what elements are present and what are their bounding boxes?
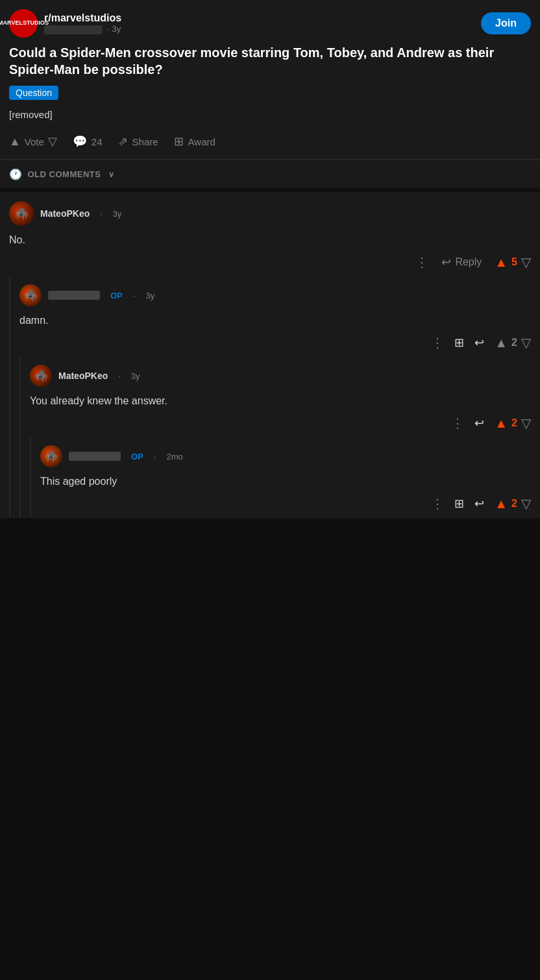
share-action[interactable]: ⇗ Share [118,134,158,149]
nested-actions-2: ⋮ ↩ ▲ 2 ▽ [21,409,540,437]
downvote-btn-2[interactable]: ▽ [521,415,531,431]
comment-age-2: · [118,371,121,381]
avatar-op-1: 🕷️ [19,284,42,306]
comment-mateopkeo: 🕷️ MateoPKeo · 3y [0,192,540,226]
comments-sort-label: OLD COMMENTS [28,169,101,179]
comment-time-2: 3y [131,371,140,381]
comment-time-1: 3y [113,209,122,219]
comment-body-op2: This aged poorly [31,472,540,489]
post-header: MARVEL STUDIOS r/marvelstudios · 3y Join… [0,0,540,160]
award-icon: ⊞ [174,134,184,149]
reply-icon-2[interactable]: ↩ [474,416,484,430]
downvote-icon[interactable]: ▽ [48,134,57,149]
subreddit-icon[interactable]: MARVEL STUDIOS [9,9,38,38]
award-btn-op1[interactable]: ⊞ [454,336,464,350]
join-button[interactable]: Join [481,12,531,34]
comment-icon: 💬 [73,134,87,149]
reply-indent-3: 🕷️ OP · 2mo This aged poorly ⋮ ⊞ ↩ ▲ [30,437,540,518]
comment-mateopkeo-2: 🕷️ MateoPKeo · 3y [21,357,540,387]
comment-age-op2: · [154,452,156,461]
comment-user-row-2: 🕷️ MateoPKeo · 3y [30,365,531,387]
op-username-blurred-1 [48,291,100,300]
post-body: [removed] [9,109,531,120]
award-btn-op2[interactable]: ⊞ [454,496,464,511]
vote-area-2: ▲ 2 ▽ [495,415,531,431]
more-options-icon-op1[interactable]: ⋮ [431,335,444,350]
comment-user-row-op2: 🕷️ OP · 2mo [40,445,531,467]
downvote-btn-op2[interactable]: ▽ [521,496,531,511]
reply-indent-1: 🕷️ OP · 3y damn. ⋮ ⊞ ↩ ▲ 2 ▽ [9,276,540,518]
avatar-image-op1: 🕷️ [19,284,42,306]
reply-button-1[interactable]: ↩ Reply [441,255,482,269]
more-options-icon-op2[interactable]: ⋮ [431,496,444,511]
more-options-icon[interactable]: ⋮ [415,254,428,270]
flair-badge[interactable]: Question [9,86,58,100]
downvote-btn-op1[interactable]: ▽ [521,335,531,350]
award-action[interactable]: ⊞ Award [174,134,215,149]
nested-actions-op2: ⋮ ⊞ ↩ ▲ 2 ▽ [31,489,540,518]
comment-age-op1: · [133,291,136,300]
share-icon: ⇗ [118,134,128,149]
avatar-image-op2: 🕷️ [40,445,62,467]
vote-count-1: 5 [511,256,517,268]
avatar-image-2: 🕷️ [30,365,52,387]
avatar-mateopkeo-2: 🕷️ [30,365,52,387]
clock-icon: 🕐 [9,168,23,180]
comment-username-2[interactable]: MateoPKeo [58,371,108,381]
reply-icon-1: ↩ [441,255,451,269]
comment-user-row-1: 🕷️ MateoPKeo · 3y [9,201,531,226]
comment-body-op1: damn. [10,312,540,328]
subreddit-icon-text: MARVEL [0,20,23,27]
vote-label: Vote [25,136,44,147]
reply-icon-op1[interactable]: ↩ [474,336,484,350]
upvote-btn-op2[interactable]: ▲ [495,496,508,511]
op-tag-2: OP [131,452,143,461]
comment-body-1: No. [0,231,540,248]
comment-section: 🕷️ MateoPKeo · 3y No. ⋮ ↩ Reply ▲ 5 ▽ 🕷️ [0,192,540,518]
avatar-mateopkeo: 🕷️ [9,201,34,226]
avatar-op-2: 🕷️ [40,445,62,467]
comment-time-op2: 2mo [166,452,182,461]
op-tag-1: OP [110,291,123,300]
op-username-blurred-2 [69,452,121,461]
comment-body-2: You already knew the answer. [21,392,540,409]
subreddit-name[interactable]: r/marvelstudios [44,12,121,24]
reply-indent-2: 🕷️ MateoPKeo · 3y You already knew the a… [19,357,540,518]
upvote-icon[interactable]: ▲ [9,135,21,149]
award-label: Award [188,136,215,147]
comment-actions-1: ⋮ ↩ Reply ▲ 5 ▽ [0,248,540,276]
comment-op-1: 🕷️ OP · 3y [10,276,540,306]
reply-icon-op2[interactable]: ↩ [474,496,484,511]
chevron-down-icon: ∨ [108,170,115,179]
comment-user-row-op1: 🕷️ OP · 3y [19,284,531,306]
comment-time-op1: 3y [145,291,154,300]
comments-header[interactable]: 🕐 OLD COMMENTS ∨ [0,160,540,192]
username-blurred [44,25,103,34]
avatar-image-1: 🕷️ [9,201,34,226]
share-label: Share [132,136,158,147]
post-title: Could a Spider-Men crossover movie starr… [9,44,531,78]
upvote-btn-op1[interactable]: ▲ [495,336,508,350]
subreddit-row: MARVEL STUDIOS r/marvelstudios · 3y Join [9,9,531,38]
reply-actions-op1: ⋮ ⊞ ↩ ▲ 2 ▽ [10,328,540,357]
vote-area-op1: ▲ 2 ▽ [495,335,531,350]
comments-action[interactable]: 💬 24 [73,134,103,149]
post-age: 3y [112,24,121,34]
comment-count: 24 [92,136,103,147]
vote-count-2: 2 [511,417,517,429]
comment-op-2: 🕷️ OP · 2mo [31,437,540,467]
downvote-btn-1[interactable]: ▽ [521,254,531,270]
upvote-btn-1[interactable]: ▲ [495,255,508,270]
post-actions: ▲ Vote ▽ 💬 24 ⇗ Share ⊞ Award [9,130,531,153]
post-meta: · 3y [44,24,121,34]
vote-area-1: ▲ 5 ▽ [495,254,531,270]
vote-row[interactable]: ▲ Vote ▽ [9,134,57,149]
vote-count-op2: 2 [511,498,517,509]
vote-count-op1: 2 [511,337,517,349]
comment-username-1[interactable]: MateoPKeo [40,208,90,219]
subreddit-info: r/marvelstudios · 3y [44,12,121,34]
upvote-btn-2[interactable]: ▲ [495,416,508,431]
comment-age-1: · [100,209,103,219]
more-options-icon-2[interactable]: ⋮ [451,415,464,431]
reply-label-1: Reply [455,256,482,268]
